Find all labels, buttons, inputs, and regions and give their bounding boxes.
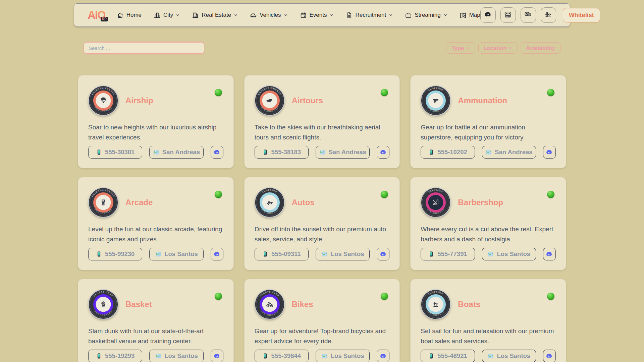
nav-item-events[interactable]: Events — [300, 12, 334, 19]
discord-button[interactable] — [543, 146, 556, 159]
world-map-icon — [321, 353, 328, 359]
chevron-down-icon — [443, 13, 447, 17]
search-input[interactable] — [84, 42, 204, 54]
navbar: AIO RP Home City Real Estate Vehicles Ev… — [74, 3, 570, 27]
storefront-icon — [504, 11, 512, 19]
discord-button[interactable] — [377, 350, 389, 362]
discord-button[interactable] — [211, 146, 223, 159]
sliders-button[interactable] — [541, 7, 556, 23]
mobile-phone-icon — [96, 251, 102, 257]
whitelist-button[interactable]: Whitelist — [563, 8, 600, 22]
location-button[interactable]: Los Santos — [149, 248, 203, 260]
location-button[interactable]: Los Santos — [482, 350, 536, 362]
chevron-down-icon — [284, 13, 288, 17]
business-title: Barbershop — [458, 198, 503, 207]
business-card-bikes: SPORTS CLUB SAN ANDREAS Bikes Gear up fo… — [244, 279, 400, 362]
world-map-icon — [155, 251, 161, 257]
location-button[interactable]: San Andreas — [149, 146, 203, 159]
nav-item-home[interactable]: Home — [117, 12, 142, 19]
status-indicator-online — [547, 89, 554, 96]
world-map-icon — [485, 149, 492, 156]
business-description: Gear up for adventure! Top-brand bicycle… — [255, 326, 390, 347]
discord-button[interactable] — [377, 248, 389, 260]
status-indicator-online — [215, 293, 222, 300]
filter-location[interactable]: Location — [478, 42, 518, 54]
mobile-phone-icon — [96, 353, 102, 359]
chevron-down-icon — [234, 13, 238, 17]
status-indicator-online — [215, 89, 222, 96]
barbershop-logo-icon: SERVICES SAN ANDREAS — [421, 187, 451, 218]
nav-icon-buttons — [480, 7, 556, 23]
business-description: Drive off into the sunset with our premi… — [255, 224, 390, 245]
nav-item-real-estate[interactable]: Real Estate — [192, 12, 238, 19]
business-title: Basket — [125, 300, 152, 309]
discord-button[interactable] — [377, 146, 389, 159]
discord-button[interactable] — [480, 7, 496, 23]
phone-button[interactable]: 555-19293 — [88, 350, 142, 362]
status-indicator-online — [547, 191, 554, 198]
mobile-phone-icon — [262, 353, 268, 359]
chevron-down-icon — [508, 46, 512, 50]
translate-button[interactable] — [521, 7, 536, 23]
phone-button[interactable]: 555-48921 — [421, 350, 475, 362]
discord-button[interactable] — [543, 248, 556, 260]
city-icon — [154, 12, 161, 19]
discord-button[interactable] — [211, 248, 223, 260]
business-title: Autos — [292, 198, 315, 207]
filter-availability[interactable]: Availability — [521, 42, 560, 54]
world-map-icon — [321, 251, 328, 257]
nav-item-city[interactable]: City — [154, 12, 180, 19]
location-button[interactable]: San Andreas — [316, 146, 370, 159]
chevron-down-icon — [330, 13, 334, 17]
nav-menu: Home City Real Estate Vehicles Events Re… — [117, 12, 480, 19]
nav-item-recruitment[interactable]: Recruitment — [346, 12, 393, 19]
bikes-logo-icon: SPORTS CLUB SAN ANDREAS — [255, 289, 285, 319]
location-button[interactable]: Los Santos — [149, 350, 203, 362]
business-card-airtours: ENTERTAINMENTS SAN ANDREAS Airtours Take… — [244, 75, 400, 168]
logo-rp-badge: RP — [101, 17, 108, 21]
business-title: Ammunation — [458, 96, 507, 105]
location-button[interactable]: Los Santos — [482, 248, 536, 260]
business-title: Arcade — [125, 198, 153, 207]
location-button[interactable]: San Andreas — [482, 146, 536, 159]
nav-item-map[interactable]: Map — [460, 12, 480, 19]
sliders-icon — [544, 11, 552, 19]
phone-button[interactable]: 555-30301 — [88, 146, 142, 159]
world-map-icon — [319, 149, 325, 156]
business-card-autos: SHOPPING SAN ANDREAS Autos Drive off int… — [244, 177, 400, 270]
discord-button[interactable] — [543, 350, 556, 362]
business-card-barbershop: SERVICES SAN ANDREAS Barbershop Where ev… — [410, 177, 566, 270]
business-card-airship: ENTERTAINMENTS SAN ANDREAS Airship Soar … — [78, 75, 234, 168]
boats-logo-icon: SHOPPING SAN ANDREAS — [421, 289, 451, 319]
discord-button[interactable] — [211, 350, 223, 362]
phone-button[interactable]: 555-09311 — [255, 248, 309, 260]
phone-button[interactable]: 555-99230 — [88, 248, 142, 260]
business-description: Gear up for battle at our ammunation sup… — [421, 122, 556, 143]
site-logo[interactable]: AIO RP — [88, 9, 105, 21]
nav-item-vehicles[interactable]: Vehicles — [250, 12, 287, 19]
world-map-icon — [153, 149, 159, 156]
location-button[interactable]: Los Santos — [316, 248, 370, 260]
discord-icon — [380, 353, 387, 360]
business-title: Bikes — [292, 300, 313, 309]
nav-item-streaming[interactable]: Streaming — [405, 12, 447, 19]
phone-button[interactable]: 555-38183 — [255, 146, 309, 159]
storefront-button[interactable] — [500, 7, 516, 23]
vehicles-icon — [250, 12, 257, 19]
business-description: Take to the skies with our breathtaking … — [255, 122, 390, 143]
business-title: Boats — [458, 300, 480, 309]
phone-button[interactable]: 555-10202 — [421, 146, 475, 159]
business-card-ammunation: SHOPPING SAN ANDREAS Ammunation Gear up … — [410, 75, 566, 168]
arcade-logo-icon: ENTERTAINMENTS SAN ANDREAS — [88, 187, 118, 218]
airtours-logo-icon: ENTERTAINMENTS SAN ANDREAS — [255, 85, 285, 116]
filter-type[interactable]: Type — [446, 42, 475, 54]
phone-button[interactable]: 555-39844 — [255, 350, 309, 362]
chevron-down-icon — [389, 13, 393, 17]
status-indicator-online — [215, 191, 222, 198]
mobile-phone-icon — [428, 149, 434, 155]
streaming-icon — [405, 12, 412, 19]
mobile-phone-icon — [428, 251, 434, 257]
discord-icon — [380, 149, 387, 156]
location-button[interactable]: Los Santos — [316, 350, 370, 362]
phone-button[interactable]: 555-77391 — [421, 248, 475, 260]
